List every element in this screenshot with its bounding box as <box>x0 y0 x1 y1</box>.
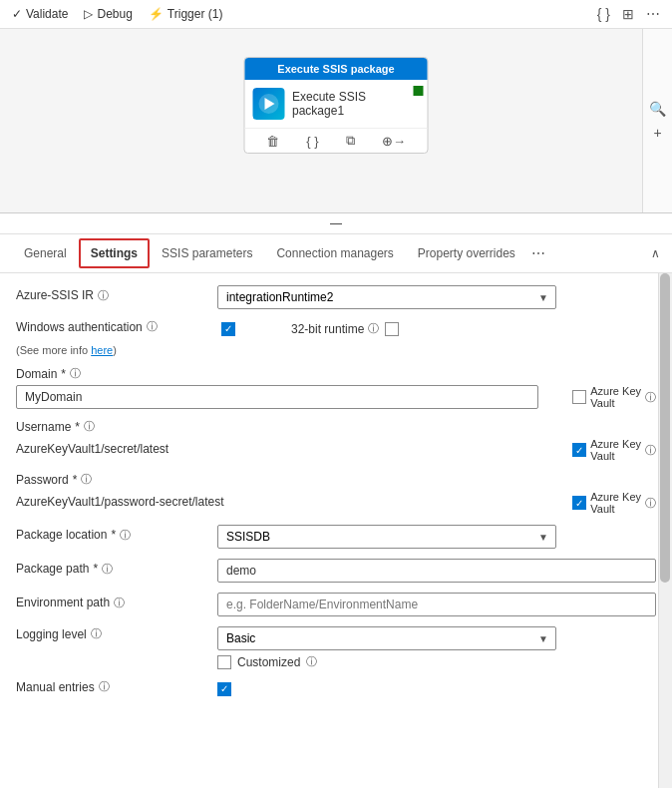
password-akv-info-icon[interactable]: ⓘ <box>645 496 656 511</box>
activity-card[interactable]: Execute SSIS package Execute SSIS packag… <box>244 57 429 154</box>
canvas-right-panel: 🔍 + <box>642 29 672 212</box>
form-panel: Azure-SSIS IR ⓘ integrationRuntime2 ▼ Wi… <box>0 273 672 788</box>
domain-row: Domain * ⓘ Azure KeyVault ⓘ <box>16 366 656 409</box>
logging-level-select-wrapper: Basic None Performance Verbose ▼ <box>217 626 556 650</box>
search-icon[interactable]: 🔍 <box>649 101 666 117</box>
password-akv-checkbox[interactable] <box>572 496 586 510</box>
environment-path-input[interactable] <box>217 593 656 616</box>
activity-card-header: Execute SSIS package <box>245 58 428 80</box>
validate-button[interactable]: ✓ Validate <box>12 7 68 21</box>
logging-level-info-icon[interactable]: ⓘ <box>91 626 102 641</box>
code-footer-icon[interactable]: { } <box>306 134 318 149</box>
debug-icon: ▷ <box>84 7 93 21</box>
see-more-link: (See more info here) <box>16 344 656 356</box>
manual-entries-row: Manual entries ⓘ <box>16 679 656 698</box>
debug-label: Debug <box>97 7 132 21</box>
package-path-input[interactable] <box>217 559 656 583</box>
tab-ssis-parameters[interactable]: SSIS parameters <box>150 238 264 270</box>
password-info-icon[interactable]: ⓘ <box>81 472 92 487</box>
domain-akv-side: Azure KeyVault ⓘ <box>546 385 656 409</box>
domain-label: Domain * ⓘ <box>16 366 656 381</box>
copy-icon[interactable]: ⧉ <box>346 133 355 149</box>
package-location-select[interactable]: SSISDB File System Embedded Package <box>217 525 556 549</box>
environment-path-info-icon[interactable]: ⓘ <box>114 596 125 610</box>
customized-row: Customized ⓘ <box>217 654 556 669</box>
password-label: Password * ⓘ <box>16 472 656 487</box>
package-location-label: Package location * ⓘ <box>16 528 205 543</box>
package-location-row: Package location * ⓘ SSISDB File System … <box>16 525 656 549</box>
manual-entries-info-icon[interactable]: ⓘ <box>99 679 110 694</box>
toolbar-right: { } ⊞ ⋯ <box>597 6 660 22</box>
windows-auth-info-icon[interactable]: ⓘ <box>147 319 158 334</box>
tabs-collapse-icon[interactable]: ∧ <box>651 246 660 260</box>
username-label: Username * ⓘ <box>16 419 656 434</box>
trigger-button[interactable]: ⚡ Trigger (1) <box>149 7 223 21</box>
here-link[interactable]: here <box>91 344 113 356</box>
username-akv-checkbox[interactable] <box>572 443 586 457</box>
password-akv-label: Azure KeyVault <box>590 491 641 515</box>
customized-label: Customized <box>237 655 300 669</box>
username-info-icon[interactable]: ⓘ <box>84 419 95 434</box>
status-dot <box>414 86 424 96</box>
azure-ssis-ir-label: Azure-SSIS IR ⓘ <box>16 288 205 303</box>
grid-icon[interactable]: ⊞ <box>622 6 634 22</box>
environment-path-row: Environment path ⓘ <box>16 593 656 616</box>
azure-ssis-ir-select[interactable]: integrationRuntime2 <box>217 285 556 309</box>
validate-label: Validate <box>26 7 68 21</box>
domain-akv-checkbox[interactable] <box>572 390 586 404</box>
debug-button[interactable]: ▷ Debug <box>84 7 132 21</box>
tabs: General Settings SSIS parameters Connect… <box>0 234 672 273</box>
package-location-select-wrapper: SSISDB File System Embedded Package ▼ <box>217 525 556 549</box>
logging-level-select[interactable]: Basic None Performance Verbose <box>217 626 556 650</box>
runtime-32bit-checkbox[interactable] <box>385 322 399 336</box>
activity-name: Execute SSIS package1 <box>292 90 419 118</box>
collapse-icon: — <box>330 216 342 230</box>
azure-ssis-ir-info-icon[interactable]: ⓘ <box>98 288 109 303</box>
azure-ssis-ir-select-wrapper: integrationRuntime2 ▼ <box>217 285 556 309</box>
tabs-more-icon[interactable]: ⋯ <box>531 245 545 261</box>
password-value: AzureKeyVault1/password-secret/latest <box>16 491 538 513</box>
collapse-bar[interactable]: — <box>0 213 672 234</box>
password-row: Password * ⓘ AzureKeyVault1/password-sec… <box>16 472 656 515</box>
windows-auth-row: Windows authentication ⓘ 32-bit runtime … <box>16 319 656 356</box>
trigger-icon: ⚡ <box>149 7 164 21</box>
customized-checkbox[interactable] <box>217 655 231 669</box>
environment-path-label: Environment path ⓘ <box>16 596 205 610</box>
manual-entries-label: Manual entries ⓘ <box>16 679 205 694</box>
username-akv-side: Azure KeyVault ⓘ <box>546 438 656 462</box>
username-akv-label: Azure KeyVault <box>590 438 641 462</box>
trigger-label: Trigger (1) <box>168 7 223 21</box>
package-path-info-icon[interactable]: ⓘ <box>102 562 113 577</box>
package-path-label: Package path * ⓘ <box>16 562 205 577</box>
windows-auth-checkbox[interactable] <box>221 322 235 336</box>
delete-icon[interactable]: 🗑 <box>266 134 279 149</box>
runtime-32bit-label: 32-bit runtime ⓘ <box>291 321 379 336</box>
tab-settings[interactable]: Settings <box>79 238 150 268</box>
activity-icon <box>253 88 285 120</box>
toolbar: ✓ Validate ▷ Debug ⚡ Trigger (1) { } ⊞ ⋯ <box>0 0 672 29</box>
scrollbar-track[interactable] <box>658 273 672 788</box>
validate-icon: ✓ <box>12 7 22 21</box>
canvas-area: Execute SSIS package Execute SSIS packag… <box>0 29 672 213</box>
logging-level-row: Logging level ⓘ Basic None Performance V… <box>16 626 656 669</box>
tab-connection-managers[interactable]: Connection managers <box>264 238 405 270</box>
customized-info-icon[interactable]: ⓘ <box>306 654 317 669</box>
domain-akv-info-icon[interactable]: ⓘ <box>645 390 656 405</box>
username-value: AzureKeyVault1/secret/latest <box>16 438 538 460</box>
tab-property-overrides[interactable]: Property overrides <box>406 238 527 270</box>
tab-general[interactable]: General <box>12 238 79 270</box>
manual-entries-checkbox[interactable] <box>217 682 231 696</box>
azure-ssis-ir-row: Azure-SSIS IR ⓘ integrationRuntime2 ▼ <box>16 285 656 309</box>
domain-input[interactable] <box>16 385 538 409</box>
scrollbar-thumb[interactable] <box>660 273 670 583</box>
activity-card-body: Execute SSIS package1 <box>245 80 428 128</box>
package-path-row: Package path * ⓘ <box>16 559 656 583</box>
more-icon[interactable]: ⋯ <box>646 6 660 22</box>
arrow-icon[interactable]: ⊕→ <box>382 134 406 149</box>
domain-info-icon[interactable]: ⓘ <box>70 366 81 381</box>
runtime-32bit-info-icon[interactable]: ⓘ <box>368 321 379 336</box>
code-icon[interactable]: { } <box>597 6 610 22</box>
username-akv-info-icon[interactable]: ⓘ <box>645 443 656 458</box>
package-location-info-icon[interactable]: ⓘ <box>120 528 131 543</box>
zoom-in-icon[interactable]: + <box>653 125 661 141</box>
